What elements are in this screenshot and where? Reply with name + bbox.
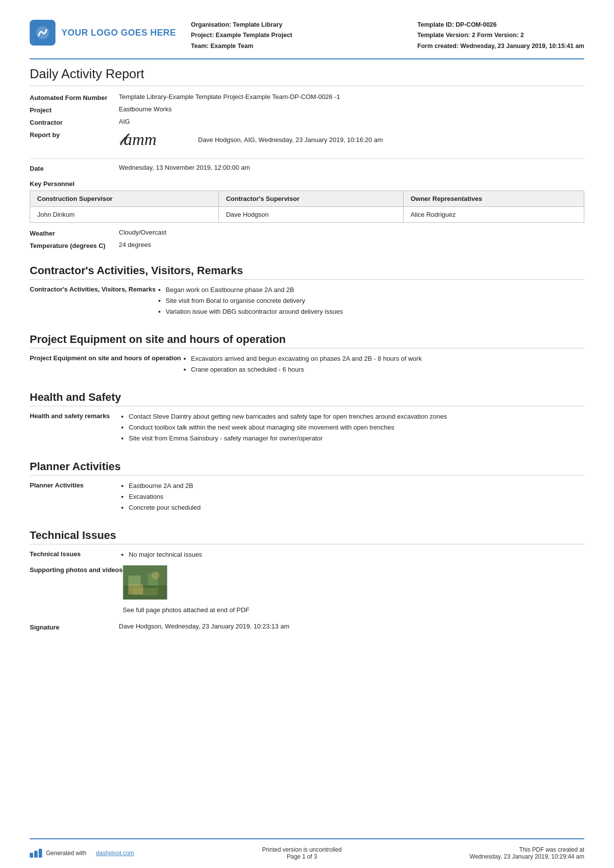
report-by-row: Report by 𝓁amm Dave Hodgson, AIG, Wednes… <box>30 130 584 149</box>
photos-label: Supporting photos and videos <box>30 565 123 574</box>
contractor-value: AIG <box>119 118 584 125</box>
contractors-activities-label: Contractor's Activities, Visitors, Remar… <box>30 285 156 293</box>
technical-issues-list: No major technical issues <box>119 549 584 560</box>
planner-activities-label: Planner Activities <box>30 481 119 489</box>
temperature-row: Temperature (degrees C) 24 degrees <box>30 241 584 249</box>
bar-icon-1 <box>30 853 33 858</box>
cell-contractors-supervisor: Dave Hodgson <box>219 206 404 222</box>
date-label: Date <box>30 164 119 172</box>
footer-left: Generated with dashpivot.com <box>30 849 134 858</box>
col-construction-supervisor: Construction Supervisor <box>30 191 219 206</box>
project-row: Project Eastbourne Works <box>30 105 584 114</box>
health-safety-list: Contact Steve Daintry about getting new … <box>119 411 584 444</box>
temperature-value: 24 degrees <box>119 241 584 248</box>
template-version-label: Template Version: <box>417 32 470 39</box>
signature-value: Dave Hodgson, Wednesday, 23 January 2019… <box>119 623 584 630</box>
logo-text: YOUR LOGO GOES HERE <box>61 28 176 38</box>
photos-row: Supporting photos and videos See full pa… <box>30 565 584 614</box>
bar-icon-3 <box>39 849 42 858</box>
list-item: Eastbourne 2A and 2B <box>129 481 584 491</box>
project-label: Project: <box>191 32 214 39</box>
svg-rect-3 <box>128 576 141 585</box>
footer-generated-text: Generated with <box>46 850 86 857</box>
technical-issues-row: Technical Issues No major technical issu… <box>30 549 584 560</box>
personnel-table: Construction Supervisor Contractor's Sup… <box>30 191 584 223</box>
contractors-activities-list: Began work on Eastbourne phase 2A and 2B… <box>156 285 584 317</box>
page-footer: Generated with dashpivot.com Printed ver… <box>30 838 584 868</box>
page-header: YOUR LOGO GOES HERE Organisation: Templa… <box>30 20 584 59</box>
list-item: Concrete pour scheduled <box>129 502 584 513</box>
form-created-label: Form created: <box>417 43 459 49</box>
bar-icon-2 <box>34 851 38 858</box>
weather-label: Weather <box>30 229 119 237</box>
list-item: Site visit from Boral to organise concre… <box>166 295 584 306</box>
planner-activities-heading: Planner Activities <box>30 460 584 476</box>
planner-activities-list: Eastbourne 2A and 2B Excavations Concret… <box>119 481 584 513</box>
signature-area: 𝓁amm Dave Hodgson, AIG, Wednesday, 23 Ja… <box>119 130 584 149</box>
photo-thumbnail <box>123 565 167 600</box>
list-item: Site visit from Emma Sainsbury - safety … <box>129 433 584 444</box>
contractors-activities-heading: Contractor's Activities, Visitors, Remar… <box>30 264 584 280</box>
contractor-row: Contractor AIG <box>30 118 584 126</box>
footer-page: Page 1 of 3 <box>262 853 342 860</box>
list-item: Excavators arrived and begun excavating … <box>191 353 584 364</box>
logo-icon <box>30 20 55 46</box>
report-title: Daily Activity Report <box>30 66 584 86</box>
weather-value: Cloudy/Overcast <box>119 229 584 236</box>
technical-issues-heading: Technical Issues <box>30 529 584 544</box>
footer-link[interactable]: dashpivot.com <box>96 850 134 857</box>
signature-label: Signature <box>30 623 119 631</box>
project-equipment-list: Excavators arrived and begun excavating … <box>181 353 584 375</box>
form-number-label: Automated Form Number <box>30 93 119 101</box>
footer-right: This PDF was created at Wednesday, 23 Ja… <box>469 846 584 860</box>
date-row: Date Wednesday, 13 November 2019, 12:00:… <box>30 164 584 172</box>
template-id-value: DP-COM-0026 <box>456 21 497 28</box>
divider <box>30 158 584 159</box>
list-item: Contact Steve Daintry about getting new … <box>129 411 584 422</box>
list-item: No major technical issues <box>129 549 584 560</box>
list-item: Conduct toolbox talk within the next wee… <box>129 422 584 433</box>
technical-issues-label: Technical Issues <box>30 549 119 558</box>
org-value: Template Library <box>233 21 282 28</box>
project-value: Example Template Project <box>216 32 293 39</box>
template-id-label: Template ID: <box>417 21 454 28</box>
header-right: Template ID: DP-COM-0026 Template Versio… <box>417 20 584 51</box>
signature-row: Signature Dave Hodgson, Wednesday, 23 Ja… <box>30 623 584 631</box>
health-safety-label: Health and safety remarks <box>30 411 119 420</box>
key-personnel-label: Key Personnel <box>30 180 584 188</box>
org-label: Organisation: <box>191 21 231 28</box>
footer-center: Printed version is uncontrolled Page 1 o… <box>262 846 342 860</box>
list-item: Began work on Eastbourne phase 2A and 2B <box>166 285 584 295</box>
header-meta: Organisation: Template Library Project: … <box>176 20 417 51</box>
svg-rect-5 <box>133 588 158 595</box>
temperature-label: Temperature (degrees C) <box>30 241 119 249</box>
contractors-activities-row: Contractor's Activities, Visitors, Remar… <box>30 285 584 317</box>
project-equipment-heading: Project Equipment on site and hours of o… <box>30 333 584 348</box>
contractor-label: Contractor <box>30 118 119 126</box>
svg-point-6 <box>152 572 159 579</box>
footer-uncontrolled: Printed version is uncontrolled <box>262 846 342 853</box>
list-item: Variation issue with DBG subcontractor a… <box>166 306 584 317</box>
report-by-value: 𝓁amm Dave Hodgson, AIG, Wednesday, 23 Ja… <box>119 130 584 149</box>
project-equipment-row: Project Equipment on site and hours of o… <box>30 353 584 375</box>
health-safety-row: Health and safety remarks Contact Steve … <box>30 411 584 444</box>
weather-row: Weather Cloudy/Overcast <box>30 229 584 237</box>
report-by-text: Dave Hodgson, AIG, Wednesday, 23 January… <box>198 136 383 144</box>
project-field-value: Eastbourne Works <box>119 105 584 113</box>
footer-logo-icon <box>30 849 42 858</box>
planner-activities-row: Planner Activities Eastbourne 2A and 2B … <box>30 481 584 513</box>
list-item: Crane operation as scheduled - 6 hours <box>191 364 584 375</box>
footer-right-date: Wednesday, 23 January 2019, 10:29:44 am <box>469 853 584 860</box>
logo-area: YOUR LOGO GOES HERE <box>30 20 176 46</box>
cell-owner-representatives: Alice Rodriguez <box>404 206 584 222</box>
table-row: John Dinkum Dave Hodgson Alice Rodriguez <box>30 206 584 222</box>
form-number-value: Template Library-Example Template Projec… <box>119 93 584 100</box>
project-equipment-label: Project Equipment on site and hours of o… <box>30 353 181 362</box>
col-owner-representatives: Owner Representatives <box>404 191 584 206</box>
photos-caption: See full page photos attached at end of … <box>123 606 584 614</box>
report-by-label: Report by <box>30 130 119 139</box>
date-value: Wednesday, 13 November 2019, 12:00:00 am <box>119 164 584 171</box>
team-value: Example Team <box>210 43 254 49</box>
form-created-value: Wednesday, 23 January 2019, 10:15:41 am <box>460 43 584 49</box>
form-number-row: Automated Form Number Template Library-E… <box>30 93 584 101</box>
